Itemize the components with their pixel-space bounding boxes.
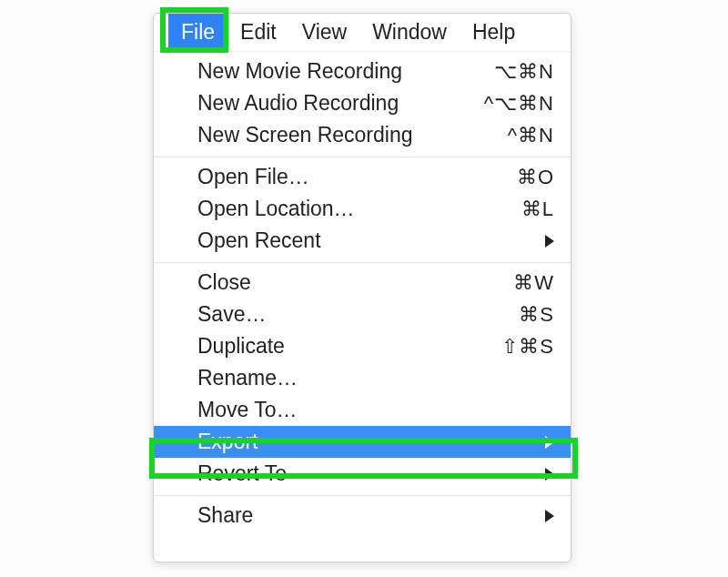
menu-window[interactable]: Window bbox=[359, 14, 460, 51]
menu-file[interactable]: File bbox=[168, 14, 228, 51]
menu-item-shortcut: ⌘O bbox=[517, 166, 554, 189]
menu-item-label: Open Recent bbox=[197, 228, 538, 253]
menu-item-label: Save… bbox=[197, 302, 519, 327]
menu-section: Close ⌘W Save… ⌘S Duplicate ⇧⌘S Rename… … bbox=[154, 263, 571, 495]
menu-section: New Movie Recording ⌥⌘N New Audio Record… bbox=[154, 52, 571, 157]
menu-item-shortcut: ⌘W bbox=[513, 271, 554, 295]
menu-item-label: Close bbox=[197, 270, 513, 295]
menu-help[interactable]: Help bbox=[460, 14, 528, 51]
menu-item-label: Export bbox=[197, 430, 538, 454]
menu-view-label: View bbox=[302, 20, 347, 45]
menu-item-shortcut: ⌘L bbox=[521, 197, 554, 221]
menu-file-label: File bbox=[181, 20, 215, 45]
menu-item-revert-to[interactable]: Revert To bbox=[154, 458, 571, 490]
menu-item-shortcut: ^⌥⌘N bbox=[484, 92, 554, 116]
submenu-arrow-icon bbox=[545, 235, 554, 248]
menu-section: Share bbox=[154, 496, 571, 537]
app-window: File Edit View Window Help New Movie Rec… bbox=[153, 13, 571, 562]
menu-item-new-audio-recording[interactable]: New Audio Recording ^⌥⌘N bbox=[154, 87, 571, 119]
menubar: File Edit View Window Help bbox=[154, 14, 571, 52]
menu-item-duplicate[interactable]: Duplicate ⇧⌘S bbox=[154, 330, 571, 362]
menu-item-label: Revert To bbox=[197, 461, 538, 486]
menu-item-label: Share bbox=[197, 503, 538, 528]
menu-window-label: Window bbox=[372, 20, 447, 45]
menu-item-save[interactable]: Save… ⌘S bbox=[154, 299, 571, 330]
menu-item-new-screen-recording[interactable]: New Screen Recording ^⌘N bbox=[154, 119, 571, 151]
menu-item-rename[interactable]: Rename… bbox=[154, 362, 571, 394]
menu-item-label: Open Location… bbox=[197, 197, 521, 221]
menu-item-open-location[interactable]: Open Location… ⌘L bbox=[154, 193, 571, 225]
menu-edit[interactable]: Edit bbox=[228, 14, 289, 51]
menu-help-label: Help bbox=[472, 20, 515, 45]
menu-view[interactable]: View bbox=[289, 14, 359, 51]
menu-item-open-file[interactable]: Open File… ⌘O bbox=[154, 161, 571, 193]
menubar-spacer bbox=[154, 14, 168, 51]
menu-item-open-recent[interactable]: Open Recent bbox=[154, 225, 571, 257]
menu-item-new-movie-recording[interactable]: New Movie Recording ⌥⌘N bbox=[154, 56, 571, 87]
menu-edit-label: Edit bbox=[240, 20, 277, 45]
menu-item-shortcut: ⇧⌘S bbox=[501, 335, 554, 359]
menu-item-close[interactable]: Close ⌘W bbox=[154, 267, 571, 299]
menu-item-shortcut: ⌘S bbox=[519, 303, 554, 327]
menu-item-shortcut: ^⌘N bbox=[508, 124, 554, 147]
menu-item-move-to[interactable]: Move To… bbox=[154, 394, 571, 426]
file-dropdown: New Movie Recording ⌥⌘N New Audio Record… bbox=[154, 52, 571, 537]
submenu-arrow-icon bbox=[545, 436, 554, 449]
menu-item-export[interactable]: Export bbox=[154, 426, 571, 458]
menu-item-label: New Movie Recording bbox=[197, 59, 494, 84]
menu-item-shortcut: ⌥⌘N bbox=[494, 60, 554, 84]
menu-item-label: New Screen Recording bbox=[197, 123, 508, 147]
menu-item-label: Open File… bbox=[197, 165, 517, 189]
menu-item-label: Move To… bbox=[197, 398, 554, 422]
menu-item-label: Rename… bbox=[197, 366, 554, 390]
menu-item-label: Duplicate bbox=[197, 334, 501, 359]
menu-item-share[interactable]: Share bbox=[154, 500, 571, 531]
submenu-arrow-icon bbox=[545, 468, 554, 481]
menu-section: Open File… ⌘O Open Location… ⌘L Open Rec… bbox=[154, 157, 571, 262]
menu-item-label: New Audio Recording bbox=[197, 91, 484, 116]
submenu-arrow-icon bbox=[545, 510, 554, 522]
